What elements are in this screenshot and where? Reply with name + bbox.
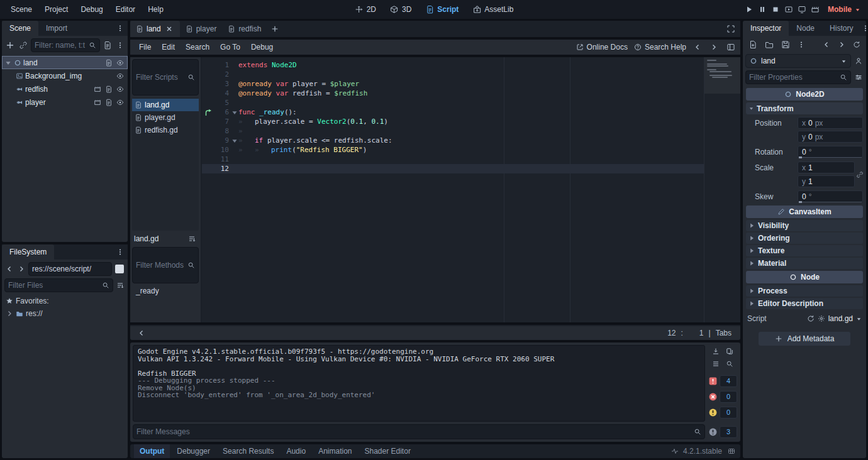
script-menu-edit[interactable]: Edit <box>157 41 180 53</box>
resource-menu-button[interactable] <box>796 40 806 50</box>
script-item-land-gd[interactable]: land.gd <box>132 99 199 111</box>
filter-methods-input[interactable] <box>136 261 185 270</box>
code-line-4[interactable]: 4@onready var redfish = $redfish <box>202 89 740 98</box>
bottom-tab-search-results[interactable]: Search Results <box>217 444 279 458</box>
bottom-tab-shader-editor[interactable]: Shader Editor <box>359 444 416 458</box>
code-line-7[interactable]: 7»player.scale = Vector2(0.1, 0.1) <box>202 117 740 126</box>
line-number[interactable]: 11 <box>213 155 231 164</box>
play-custom-button[interactable] <box>796 4 808 15</box>
property-tools-button[interactable] <box>854 72 864 82</box>
history-back-button[interactable] <box>693 42 703 52</box>
tab-history[interactable]: History <box>822 21 860 36</box>
script-tab-redfish[interactable]: redfish <box>222 21 267 37</box>
save-output-button[interactable] <box>711 346 721 356</box>
scale-x-field[interactable]: x 1 <box>798 162 855 173</box>
favorites-row[interactable]: Favorites: <box>2 295 128 307</box>
tab-import[interactable]: Import <box>38 21 75 36</box>
line-number[interactable]: 1 <box>213 60 231 70</box>
save-resource-button[interactable] <box>780 39 791 50</box>
inspector-back-button[interactable] <box>821 40 832 50</box>
workspace-3d[interactable]: 3D <box>385 3 416 16</box>
edited-node-dropdown[interactable]: land <box>745 54 851 68</box>
code-line-5[interactable]: 5 <box>202 98 740 107</box>
object-info-button[interactable] <box>854 56 864 66</box>
warning-badge-filter[interactable]: 0 <box>708 407 738 419</box>
tab-filesystem[interactable]: FileSystem <box>2 244 54 260</box>
code-minimap[interactable] <box>704 57 740 322</box>
filesystem-path-input[interactable] <box>32 265 108 273</box>
search-help-button[interactable]: Search Help <box>634 43 686 52</box>
script-menu-debug[interactable]: Debug <box>246 41 278 53</box>
fullscreen-button[interactable] <box>725 23 737 35</box>
open-scene-button[interactable] <box>92 97 103 107</box>
renderer-dropdown[interactable]: Mobile <box>823 4 863 15</box>
group-material[interactable]: Material <box>746 258 863 269</box>
add-node-button[interactable] <box>4 40 16 51</box>
script-menu-file[interactable]: File <box>134 41 156 53</box>
scene-node-background-img[interactable]: Background_img <box>2 69 128 82</box>
line-number[interactable]: 9 <box>213 136 231 145</box>
load-resource-button[interactable] <box>764 39 775 50</box>
rotation-slider[interactable] <box>799 157 862 158</box>
menu-editor[interactable]: Editor <box>110 3 141 16</box>
line-number[interactable]: 3 <box>213 79 231 89</box>
line-number[interactable]: 5 <box>213 98 231 107</box>
scroll-left-button[interactable] <box>136 328 147 338</box>
group-visibility[interactable]: Visibility <box>746 220 863 231</box>
fold-icon[interactable] <box>231 109 238 116</box>
position-y-field[interactable]: y 0 px <box>798 131 863 143</box>
code-line-1[interactable]: 1extends Node2D <box>202 60 740 70</box>
open-scene-button[interactable] <box>92 84 103 94</box>
new-resource-button[interactable] <box>747 39 759 50</box>
clear-output-button[interactable] <box>711 359 721 369</box>
workspace-2d[interactable]: 2D <box>350 3 381 16</box>
line-number[interactable]: 8 <box>213 126 231 136</box>
editor-badge-filter[interactable]: 3 <box>708 426 738 438</box>
toggle-split-mode-button[interactable] <box>114 263 125 275</box>
code-line-11[interactable]: 11 <box>202 155 740 164</box>
scene-node-player[interactable]: player <box>2 96 128 109</box>
scale-y-field[interactable]: y 1 <box>798 175 855 187</box>
inspector-forward-button[interactable] <box>837 40 847 50</box>
script-button[interactable] <box>104 97 114 107</box>
group-process[interactable]: Process <box>746 285 863 297</box>
scene-node-redfish[interactable]: redfish <box>2 82 128 96</box>
script-tab-land[interactable]: land <box>130 21 180 37</box>
bottom-tab-animation[interactable]: Animation <box>313 444 357 458</box>
position-x-field[interactable]: x 0 px <box>798 117 863 129</box>
code-editor[interactable]: 1extends Node2D23@onready var player = $… <box>202 57 740 322</box>
tab-inspector[interactable]: Inspector <box>743 21 789 36</box>
eye-button[interactable] <box>115 58 125 68</box>
script-menu-go-to[interactable]: Go To <box>215 41 245 53</box>
online-docs-button[interactable]: Online Docs <box>576 43 628 52</box>
method-sort-button[interactable] <box>187 234 197 244</box>
eye-button[interactable] <box>115 84 125 94</box>
file-sort-button[interactable] <box>115 280 125 290</box>
script-item-player-gd[interactable]: player.gd <box>132 111 199 124</box>
res-root-row[interactable]: res:// <box>2 307 128 320</box>
menu-help[interactable]: Help <box>142 3 169 16</box>
line-number[interactable]: 7 <box>213 117 231 126</box>
script-tab-player[interactable]: player <box>180 21 223 37</box>
scene-menu-button[interactable] <box>115 40 125 50</box>
method-item--ready[interactable]: _ready <box>132 285 199 297</box>
inspector-history-button[interactable] <box>852 40 862 50</box>
fold-icon[interactable] <box>231 137 238 145</box>
code-line-10[interactable]: 10»»print("Redfish BIGGER") <box>202 145 740 155</box>
error-badge-filter[interactable]: 0 <box>708 391 738 403</box>
filter-properties-input[interactable] <box>749 73 837 82</box>
eye-button[interactable] <box>115 71 125 81</box>
scene-filter-input[interactable] <box>35 41 86 50</box>
bottom-tab-output[interactable]: Output <box>134 444 170 458</box>
scene-dock-menu-button[interactable] <box>115 23 125 33</box>
eye-button[interactable] <box>115 97 125 107</box>
menu-scene[interactable]: Scene <box>5 3 38 16</box>
tab-scene[interactable]: Scene <box>2 21 38 36</box>
bottom-tab-debugger[interactable]: Debugger <box>171 444 216 458</box>
line-number[interactable]: 10 <box>213 145 231 155</box>
forward-button[interactable] <box>16 264 26 274</box>
play-button[interactable] <box>743 4 755 15</box>
status-indent[interactable]: Tabs <box>713 329 734 337</box>
code-line-8[interactable]: 8» <box>202 126 740 136</box>
inspector-dock-menu-button[interactable] <box>860 23 866 33</box>
